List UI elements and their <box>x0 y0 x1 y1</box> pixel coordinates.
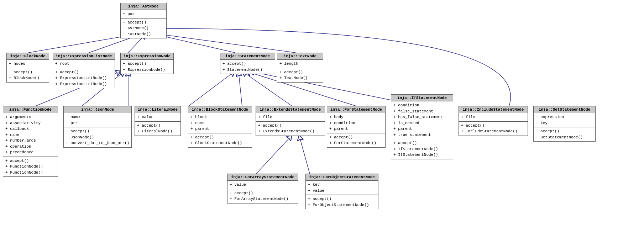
expressionlistnode-methods: + accept()+ ExpressionListNode()+ Expres… <box>53 68 115 88</box>
forarraystatementnode-box: inja::ForArrayStatementNode + value + ac… <box>227 174 298 203</box>
forarraystatementnode-title: inja::ForArrayStatementNode <box>227 174 298 181</box>
expressionlistnode-box: inja::ExpressionListNode + root + accept… <box>53 53 115 88</box>
statementnode-box: inja::StatementNode + accept()+ Statemen… <box>220 53 275 74</box>
svg-line-5 <box>157 34 295 53</box>
blockstatementnode-box: inja::BlockStatementNode + block+ name+ … <box>188 106 252 148</box>
forobjectstatementnode-title: inja::ForObjectStatementNode <box>306 174 378 181</box>
literalnode-methods: + accept()+ LiteralNode() <box>135 122 180 136</box>
extendsstatementnode-title: inja::ExtendsStatementNode <box>256 106 325 113</box>
literalnode-title: inja::LiteralNode <box>135 106 180 113</box>
functionnode-box: inja::FunctionNode + arguments+ associat… <box>3 106 58 177</box>
astnode-attrs: + pos <box>121 10 166 18</box>
functionnode-attrs: + arguments+ associativity+ callback+ na… <box>3 113 58 157</box>
blocknode-methods: + accept()+ BlockNode() <box>7 68 49 82</box>
ifstatementnode-attrs: + condition+ false_statement+ has_false_… <box>391 101 453 139</box>
forobjectstatementnode-methods: + accept()+ ForObjectStatementNode() <box>306 195 378 209</box>
expressionnode-box: inja::ExpressionNode + accept()+ Express… <box>120 53 174 74</box>
jsonnode-title: inja::JsonNode <box>64 106 131 113</box>
forarraystatementnode-attrs: + value <box>227 181 298 189</box>
statementnode-title: inja::StatementNode <box>220 53 275 60</box>
expressionlistnode-attrs: + root <box>53 60 115 68</box>
jsonnode-box: inja::JsonNode + name+ ptr + accept()+ J… <box>63 106 132 148</box>
jsonnode-methods: + accept()+ JsonNode()+ convert_dot_to_j… <box>64 127 131 147</box>
jsonnode-attrs: + name+ ptr <box>64 113 131 127</box>
statementnode-methods: + accept()+ StatementNode() <box>220 60 275 74</box>
setstatementnode-title: inja::SetStatementNode <box>534 106 595 113</box>
forstatementnode-box: inja::ForStatementNode + body+ condition… <box>327 106 386 148</box>
forstatementnode-attrs: + body+ condition+ parent <box>327 113 385 133</box>
svg-line-10 <box>239 71 242 106</box>
blockstatementnode-methods: + accept()+ BlockStatementNode() <box>188 133 252 147</box>
svg-line-15 <box>299 135 310 174</box>
astnode-box: inja::AstNode + pos + accept()+ AstNode(… <box>120 3 167 38</box>
textnode-attrs: + length <box>277 60 323 68</box>
extendsstatementnode-attrs: + file <box>256 113 325 122</box>
expressionnode-methods: + accept()+ ExpressionNode() <box>121 60 173 74</box>
functionnode-methods: + accept()+ FunctionNode()+ FunctionNode… <box>3 157 58 177</box>
functionnode-title: inja::FunctionNode <box>3 106 58 113</box>
includestatementnode-methods: + accept()+ IncludeStatementNode() <box>459 122 528 136</box>
uml-diagram: inja::AstNode + pos + accept()+ AstNode(… <box>0 0 644 238</box>
astnode-methods: + accept()+ AstNode()+ ~AstNode() <box>121 18 166 38</box>
blockstatementnode-title: inja::BlockStatementNode <box>188 106 252 113</box>
forstatementnode-methods: + accept()+ ForStatementNode() <box>327 133 385 147</box>
textnode-title: inja::TextNode <box>277 53 323 60</box>
textnode-box: inja::TextNode + length + accept()+ Text… <box>277 53 323 83</box>
blocknode-box: inja::BlockNode + nodes + accept()+ Bloc… <box>6 53 49 83</box>
includestatementnode-title: inja::IncludeStatementNode <box>459 106 528 113</box>
literalnode-box: inja::LiteralNode + value + accept()+ Li… <box>135 106 181 136</box>
extendsstatementnode-methods: + accept()+ ExtendsStatementNode() <box>256 122 325 136</box>
blockstatementnode-attrs: + block+ name+ parent <box>188 113 252 133</box>
forarraystatementnode-methods: + accept()+ ForArrayStatementNode() <box>227 189 298 203</box>
svg-line-9 <box>189 71 235 106</box>
ifstatementnode-box: inja::IfStatementNode + condition+ false… <box>391 94 453 159</box>
svg-line-14 <box>256 135 292 174</box>
setstatementnode-methods: + accept()+ SetStatementNode() <box>534 127 595 141</box>
forobjectstatementnode-attrs: + key+ value <box>306 181 378 195</box>
expressionlistnode-title: inja::ExpressionListNode <box>53 53 115 60</box>
expressionnode-title: inja::ExpressionNode <box>121 53 173 60</box>
ifstatementnode-methods: + accept()+ IfStatementNode()+ IfStateme… <box>391 139 453 159</box>
includestatementnode-box: inja::IncludeStatementNode + file + acce… <box>459 106 528 136</box>
forobjectstatementnode-box: inja::ForObjectStatementNode + key+ valu… <box>305 174 378 209</box>
astnode-title: inja::AstNode <box>121 3 166 10</box>
forstatementnode-title: inja::ForStatementNode <box>327 106 385 113</box>
literalnode-attrs: + value <box>135 113 180 122</box>
textnode-methods: + accept()+ TextNode() <box>277 68 323 82</box>
extendsstatementnode-box: inja::ExtendsStatementNode + file + acce… <box>256 106 325 136</box>
setstatementnode-attrs: + expression+ key <box>534 113 595 127</box>
setstatementnode-box: inja::SetStatementNode + expression+ key… <box>533 106 596 142</box>
includestatementnode-attrs: + file <box>459 113 528 122</box>
blocknode-attrs: + nodes <box>7 60 49 68</box>
ifstatementnode-title: inja::IfStatementNode <box>391 95 453 101</box>
blocknode-title: inja::BlockNode <box>7 53 49 60</box>
